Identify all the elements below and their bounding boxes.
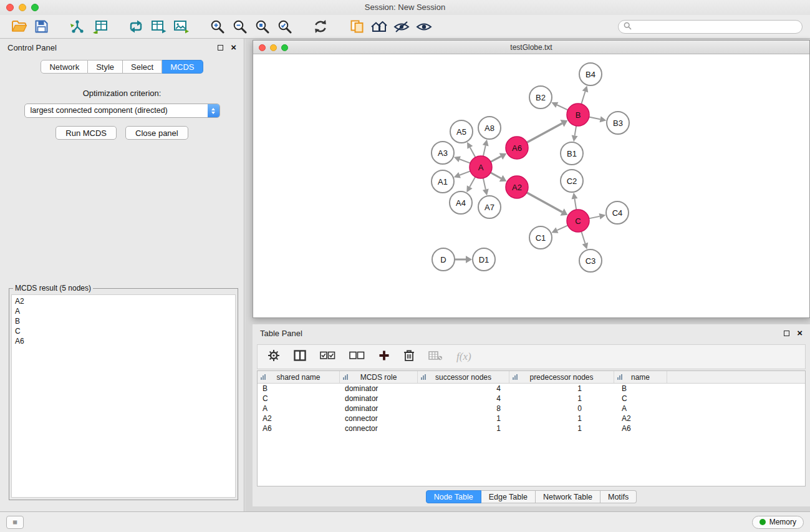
graph-node-C2[interactable]: C2 [561,170,583,192]
show-details-button[interactable] [413,17,435,37]
refresh-button[interactable] [309,17,332,37]
column-header[interactable]: shared name [258,371,340,383]
tab-style[interactable]: Style [88,60,123,74]
graph-node-A6[interactable]: A6 [506,137,528,159]
graph-node-C1[interactable]: C1 [529,226,552,249]
mcds-result-list[interactable]: A2ABCA6 [11,294,236,498]
network-window-titlebar[interactable]: testGlobe.txt [253,41,809,54]
svg-text:A5: A5 [456,127,466,137]
close-window-button[interactable] [6,4,14,11]
table-row[interactable]: Bdominator41B [258,384,805,394]
table-cell: A2 [258,414,340,423]
add-column-button[interactable] [378,350,390,364]
run-mcds-button[interactable]: Run MCDS [55,126,117,140]
hide-details-button[interactable] [390,17,413,37]
delete-table-button[interactable] [428,351,443,363]
zoom-window-button[interactable] [31,4,39,11]
zoom-check-icon [277,19,292,34]
import-table-button[interactable] [89,17,111,37]
graph-node-A4[interactable]: A4 [450,191,472,214]
deselect-all-button[interactable] [349,351,365,362]
tab-network[interactable]: Network [41,60,88,74]
memory-button[interactable]: Memory [752,516,804,529]
table-cell: 1 [418,423,509,433]
graph-node-B4[interactable]: B4 [579,63,602,85]
tab-motifs[interactable]: Motifs [600,490,637,503]
svg-text:C4: C4 [612,208,623,218]
clone-network-button[interactable] [345,17,368,37]
graph-node-B[interactable]: B [567,104,589,126]
tab-network-table[interactable]: Network Table [536,490,600,503]
plus-icon [378,350,390,364]
graph-node-C[interactable]: C [567,210,589,232]
graph-node-A[interactable]: A [470,156,492,178]
open-session-button[interactable] [7,17,30,37]
close-table-panel-icon[interactable]: × [797,329,803,337]
graph-node-A1[interactable]: A1 [432,170,454,193]
export-network-button[interactable] [125,17,147,37]
graph-node-B1[interactable]: B1 [561,142,583,165]
graph-node-A8[interactable]: A8 [478,117,501,139]
table-settings-button[interactable] [268,349,280,364]
search-box[interactable] [618,20,803,34]
zoom-in-button[interactable] [206,17,228,37]
table-import-icon [92,19,108,34]
zoom-out-button[interactable] [228,17,251,37]
zoom-selected-button[interactable] [273,17,296,37]
table-row[interactable]: A6connector11A6 [258,423,805,433]
checked-boxes-icon [320,351,335,362]
svg-text:D1: D1 [479,255,489,264]
function-builder-button[interactable]: f(x) [456,351,471,363]
column-type-icon [343,374,348,380]
svg-text:B2: B2 [536,93,546,102]
delete-column-button[interactable] [403,349,415,364]
network-canvas[interactable]: B4B2BB3A5A8A6A3B1AA1A2C2A4A7C4CC1DD1C3 [253,54,809,317]
column-header[interactable]: name [614,371,667,383]
mcds-result-title: MCDS result (5 nodes) [13,284,93,293]
tab-node-table[interactable]: Node Table [426,490,481,503]
import-network-button[interactable] [66,17,89,37]
tab-mcds[interactable]: MCDS [162,60,203,74]
graph-node-A7[interactable]: A7 [478,196,501,218]
network-minimize-button[interactable] [270,44,277,51]
tab-edge-table[interactable]: Edge Table [481,490,536,503]
svg-text:C2: C2 [567,177,577,186]
table-cell: C [258,394,340,404]
graph-node-A2[interactable]: A2 [506,176,528,198]
criterion-dropdown[interactable]: largest connected component (directed) [24,104,220,118]
zoom-fit-button[interactable] [251,17,273,37]
select-all-button[interactable] [320,351,335,362]
graph-node-A3[interactable]: A3 [432,142,454,164]
network-window-title: testGlobe.txt [253,41,809,54]
graph-node-D1[interactable]: D1 [473,248,495,271]
graph-node-D[interactable]: D [432,248,455,271]
home-button[interactable] [368,17,390,37]
task-history-button[interactable]: ≡ [6,516,24,529]
close-panel-button[interactable]: Close panel [125,126,188,140]
minimize-window-button[interactable] [19,4,26,11]
graph-node-C3[interactable]: C3 [579,249,602,272]
graph-node-C4[interactable]: C4 [606,201,629,224]
tab-select[interactable]: Select [123,60,162,74]
float-panel-icon[interactable] [218,45,223,51]
table-row[interactable]: A2connector11A2 [258,414,805,423]
graph-node-A5[interactable]: A5 [450,120,473,143]
column-header[interactable]: MCDS role [340,371,418,383]
export-table-button[interactable] [147,17,170,37]
graph-node-B3[interactable]: B3 [607,112,629,134]
table-row[interactable]: Cdominator41C [258,394,805,404]
table-row[interactable]: Adominator80A [258,404,805,414]
graph-node-B2[interactable]: B2 [529,86,552,109]
svg-text:A8: A8 [485,123,494,133]
float-table-panel-icon[interactable] [784,331,789,336]
network-zoom-button[interactable] [281,44,288,51]
show-columns-button[interactable] [294,350,306,364]
list-icon: ≡ [12,518,17,527]
export-image-button[interactable] [170,17,192,37]
column-header[interactable]: successor nodes [418,371,509,383]
network-close-button[interactable] [259,44,266,51]
close-panel-icon[interactable]: × [231,44,236,51]
column-header[interactable]: predecessor nodes [509,371,614,383]
save-session-button[interactable] [30,17,52,37]
search-input[interactable] [635,22,797,31]
